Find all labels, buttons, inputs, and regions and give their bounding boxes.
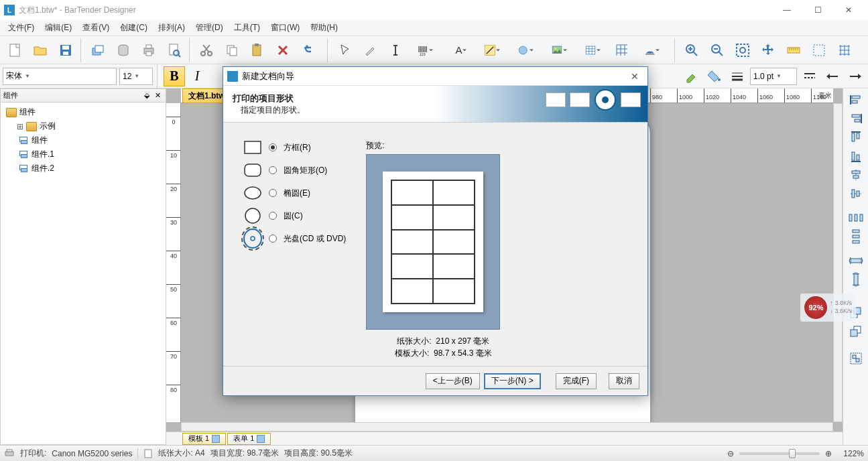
undo-button[interactable] <box>296 38 320 62</box>
font-family-combo[interactable]: 宋体▼ <box>3 68 117 85</box>
dash-style-button[interactable] <box>800 66 820 86</box>
tree-component-0[interactable]: 组件 <box>3 133 163 147</box>
tree-example[interactable]: ⊞示例 <box>3 119 163 133</box>
expander-icon[interactable]: ⊞ <box>17 122 23 131</box>
print-preview-button[interactable] <box>162 38 186 62</box>
menu-view[interactable]: 查看(V) <box>77 20 115 36</box>
radio-cd[interactable] <box>269 235 277 243</box>
copy-button[interactable] <box>220 38 244 62</box>
brush-tool[interactable] <box>358 38 382 62</box>
tree-component-1[interactable]: 组件.1 <box>3 147 163 161</box>
vertical-scrollbar[interactable] <box>833 103 843 422</box>
back-button[interactable]: <上一步(B) <box>426 373 480 389</box>
components-panel: 组件 ⬙ ✕ 组件 ⊞示例 组件 组件.1 组件.2 <box>0 88 166 445</box>
same-height-icon[interactable] <box>846 271 866 288</box>
template-tab[interactable]: 模板 1 <box>182 433 226 445</box>
shape-option-rect[interactable]: 方框(R) <box>243 140 346 155</box>
align-bottom-icon[interactable] <box>846 147 866 165</box>
menu-help[interactable]: 帮助(H) <box>305 20 343 36</box>
same-width-icon[interactable] <box>846 252 866 269</box>
radio-rect[interactable] <box>269 143 277 151</box>
line-style-button[interactable] <box>727 66 747 86</box>
arrow-start-button[interactable] <box>822 66 843 86</box>
panel-pin-icon[interactable]: ⬙ <box>141 91 152 100</box>
shape-option-circle[interactable]: 圆(C) <box>243 208 346 223</box>
zoom-value[interactable]: 122% <box>837 449 864 458</box>
tree-component-2[interactable]: 组件.2 <box>3 161 163 176</box>
align-left-icon[interactable] <box>846 91 866 109</box>
next-button[interactable]: 下一步(N) > <box>484 373 541 389</box>
layers-button[interactable] <box>86 38 110 62</box>
dialog-close-button[interactable]: ✕ <box>626 70 643 83</box>
radio-rrect[interactable] <box>269 166 277 174</box>
pointer-tool[interactable] <box>332 38 357 62</box>
fill-button[interactable] <box>704 66 725 86</box>
panel-close-icon[interactable]: ✕ <box>152 91 163 100</box>
open-button[interactable] <box>28 38 52 62</box>
arrow-end-button[interactable] <box>845 66 865 86</box>
barcode-tool[interactable]: 123 <box>409 38 441 62</box>
radio-oval[interactable] <box>269 189 277 197</box>
close-button[interactable]: ✕ <box>833 0 864 20</box>
svg-rect-87 <box>852 133 855 141</box>
finish-button[interactable]: 完成(F) <box>556 373 597 389</box>
line-tool[interactable] <box>476 38 508 62</box>
font-size-combo[interactable]: 12▼ <box>119 68 153 85</box>
text-tool[interactable]: A <box>442 38 475 62</box>
align-right-icon[interactable] <box>846 110 866 127</box>
distribute-v-icon[interactable] <box>846 228 866 245</box>
rfid-tool[interactable] <box>635 38 668 62</box>
status-bar: 打印机: Canon MG5200 series 纸张大小: A4 项目宽度: … <box>0 445 868 461</box>
maximize-button[interactable]: ☐ <box>802 0 833 20</box>
print-button[interactable] <box>137 38 161 62</box>
cut-button[interactable] <box>194 38 219 62</box>
align-top-icon[interactable] <box>846 129 866 146</box>
group-icon[interactable] <box>846 350 866 367</box>
grid-tool[interactable] <box>610 38 634 62</box>
new-button[interactable] <box>3 38 27 62</box>
text-cursor-tool[interactable] <box>383 38 408 62</box>
zoom-in-button[interactable] <box>680 38 704 62</box>
zoom-out-button[interactable] <box>705 38 729 62</box>
database-button[interactable] <box>111 38 135 62</box>
bold-button[interactable]: B <box>164 66 185 86</box>
menu-arrange[interactable]: 排列(A) <box>153 20 190 36</box>
snap-button[interactable] <box>807 38 831 62</box>
form-tab[interactable]: 表单 1 <box>227 433 271 445</box>
shape-option-rrect[interactable]: 圆角矩形(O) <box>243 163 346 178</box>
shape-option-cd[interactable]: 光盘(CD 或 DVD) <box>243 231 346 246</box>
delete-button[interactable] <box>271 38 295 62</box>
tree-root[interactable]: 组件 <box>3 105 163 119</box>
paste-button[interactable] <box>245 38 269 62</box>
grid-toggle-button[interactable] <box>832 38 857 62</box>
shape-tool[interactable] <box>509 38 542 62</box>
send-backward-icon[interactable] <box>846 323 866 340</box>
ruler-button[interactable] <box>782 38 806 62</box>
line-weight-combo[interactable]: 1.0 pt▼ <box>750 68 797 85</box>
menu-manage[interactable]: 管理(D) <box>190 20 229 36</box>
picture-tool[interactable] <box>543 38 575 62</box>
menu-window[interactable]: 窗口(W) <box>265 20 305 36</box>
paint-button[interactable] <box>682 66 702 86</box>
minimize-button[interactable]: ― <box>771 0 802 20</box>
menu-file[interactable]: 文件(F) <box>3 20 40 36</box>
menu-tools[interactable]: 工具(T) <box>229 20 265 36</box>
zoom-slider[interactable] <box>739 452 820 455</box>
menu-edit[interactable]: 编辑(E) <box>40 20 77 36</box>
zoom-out-icon[interactable]: ⊖ <box>727 449 734 458</box>
align-center-h-icon[interactable] <box>846 166 866 184</box>
align-center-v-icon[interactable] <box>846 185 866 202</box>
cancel-button[interactable]: 取消 <box>609 373 639 389</box>
save-button[interactable] <box>54 38 78 62</box>
shape-option-oval[interactable]: 椭圆(E) <box>243 186 346 200</box>
zoom-fit-button[interactable] <box>731 38 755 62</box>
table-tool[interactable] <box>576 38 609 62</box>
horizontal-scrollbar[interactable] <box>181 422 833 432</box>
italic-button[interactable]: I <box>188 66 206 86</box>
distribute-h-icon[interactable] <box>846 209 866 226</box>
menu-create[interactable]: 创建(C) <box>115 20 153 36</box>
radio-circle[interactable] <box>269 212 277 220</box>
zoom-in-icon[interactable]: ⊕ <box>825 449 832 458</box>
speed-overlay[interactable]: 92% ↑ 3.8K/s ↓ 3.6K/s <box>800 293 856 322</box>
pan-button[interactable] <box>756 38 780 62</box>
